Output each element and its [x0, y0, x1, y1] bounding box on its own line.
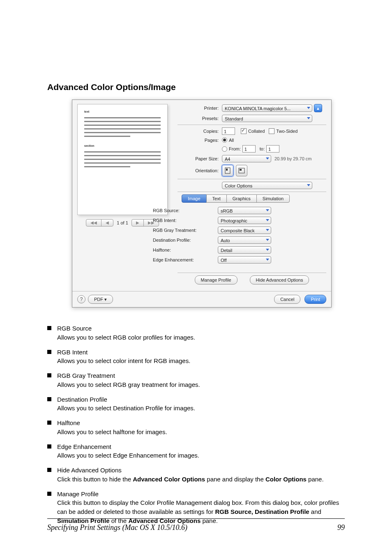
footer-page-number: 99	[337, 523, 345, 532]
preview-heading: text	[84, 110, 161, 113]
pages-all-label: All	[229, 138, 234, 143]
feature-list: RGB SourceAllows you to select RGB color…	[47, 324, 345, 525]
color-options-grid: RGB Source:sRGB RGB Intent:Photographic …	[153, 207, 326, 264]
destination-profile-select[interactable]: Auto	[218, 236, 271, 244]
opt-label: RGB Gray Treatment:	[153, 228, 218, 233]
print-dialog: text section ◀◀◀ 1 of 1 ▶▶▶ Printer:	[72, 99, 332, 308]
bullet-head: Halftone	[57, 419, 167, 428]
pages-to-field[interactable]: 1	[266, 145, 279, 153]
section-title: Advanced Color Options/Image	[47, 82, 345, 92]
halftone-select[interactable]: Detail	[218, 246, 271, 254]
bullet-icon	[47, 326, 51, 330]
bullet-desc: Allows you to select Destination Profile…	[57, 404, 195, 413]
landscape-icon	[238, 168, 245, 173]
bullet-head: Hide Advanced Options	[57, 466, 324, 475]
orientation-landscape[interactable]	[236, 165, 247, 176]
list-item: HalftoneAllows you to select halftone fo…	[47, 419, 345, 437]
edge-enhance-select[interactable]: Off	[218, 256, 271, 264]
opt-label: RGB Source:	[153, 208, 218, 213]
bullet-desc: Click this button to display the Color P…	[57, 498, 345, 525]
footer-left: Specifying Print Settings (Mac OS X 10.5…	[47, 523, 187, 532]
copies-field[interactable]: 1	[222, 127, 235, 135]
presets-label: Presets:	[178, 116, 222, 121]
bullet-head: RGB Source	[57, 324, 195, 333]
pager-prev[interactable]: ◀◀◀	[86, 219, 113, 227]
opt-label: Destination Profile:	[153, 238, 218, 243]
list-item: Manage ProfileClick this button to displ…	[47, 490, 345, 525]
bullet-desc: Allows you to select color intent for RG…	[57, 356, 190, 365]
paper-dimensions: 20.99 by 29.70 cm	[274, 156, 312, 161]
portrait-icon	[225, 167, 231, 174]
bullet-head: Edge Enhancement	[57, 442, 199, 451]
print-preview: text section	[77, 104, 168, 215]
pages-label: Pages:	[178, 138, 222, 143]
rgb-gray-select[interactable]: Composite Black	[218, 227, 271, 234]
pages-range-radio[interactable]	[222, 146, 227, 152]
pager-status: 1 of 1	[117, 220, 128, 225]
collated-checkbox[interactable]	[241, 128, 247, 134]
bullet-icon	[47, 444, 51, 449]
pages-from-label: From:	[229, 146, 241, 151]
opt-label: Edge Enhancement:	[153, 257, 218, 262]
bullet-head: Manage Profile	[57, 490, 345, 499]
bullet-desc: Allows you to select RGB color profiles …	[57, 333, 195, 342]
pages-from-field[interactable]: 1	[242, 145, 256, 153]
bullet-desc: Allows you to select Edge Enhancement fo…	[57, 451, 199, 460]
bullet-desc: Click this button to hide the Advanced C…	[57, 475, 324, 484]
rgb-source-select[interactable]: sRGB	[218, 207, 271, 214]
cancel-button[interactable]: Cancel	[274, 295, 300, 304]
pages-to-label: to:	[260, 146, 265, 151]
pages-all-radio[interactable]	[222, 137, 227, 143]
opt-label: RGB Intent:	[153, 218, 218, 223]
presets-select[interactable]: Standard	[222, 115, 312, 122]
collated-label: Collated	[248, 129, 265, 134]
tab-text[interactable]: Text	[206, 194, 227, 203]
hide-advanced-button[interactable]: Hide Advanced Options	[250, 275, 309, 284]
bullet-head: RGB Intent	[57, 348, 190, 357]
bullet-desc: Allows you to select halftone for images…	[57, 428, 167, 437]
svg-rect-3	[240, 169, 242, 171]
twosided-checkbox[interactable]	[269, 128, 274, 134]
bullet-head: RGB Gray Treatment	[57, 371, 200, 380]
copies-label: Copies:	[178, 129, 222, 134]
twosided-label: Two-Sided	[276, 129, 297, 134]
printer-label: Printer:	[178, 106, 222, 111]
disclose-toggle[interactable]: ▲	[314, 104, 322, 112]
list-item: RGB IntentAllows you to select color int…	[47, 348, 345, 366]
help-button[interactable]: ?	[77, 295, 85, 303]
list-item: RGB Gray TreatmentAllows you to select R…	[47, 371, 345, 389]
printer-select[interactable]: KONICA MINOLTA magicolor 5...	[222, 104, 312, 112]
bullet-icon	[47, 421, 51, 425]
bullet-icon	[47, 397, 51, 401]
pdf-menu-button[interactable]: PDF ▾	[88, 295, 113, 304]
papersize-label: Paper Size:	[178, 156, 222, 161]
color-options-tabs: Image Text Graphics Simulation	[182, 194, 326, 203]
category-select[interactable]: Color Options	[222, 182, 312, 189]
bullet-icon	[47, 373, 51, 377]
bullet-icon	[47, 350, 51, 354]
list-item: Hide Advanced OptionsClick this button t…	[47, 466, 345, 484]
orientation-label: Orientation:	[178, 168, 222, 173]
rgb-intent-select[interactable]: Photographic	[218, 217, 271, 224]
tab-simulation[interactable]: Simulation	[256, 194, 290, 203]
bullet-desc: Allows you to select RGB gray treatment …	[57, 380, 200, 389]
list-item: Edge EnhancementAllows you to select Edg…	[47, 442, 345, 460]
papersize-select[interactable]: A4	[222, 155, 271, 162]
tab-image[interactable]: Image	[182, 194, 207, 203]
manage-profile-button[interactable]: Manage Profile	[195, 275, 238, 284]
print-button[interactable]: Print	[304, 295, 326, 304]
bullet-icon	[47, 492, 51, 496]
list-item: Destination ProfileAllows you to select …	[47, 395, 345, 413]
tab-graphics[interactable]: Graphics	[226, 194, 257, 203]
bullet-head: Destination Profile	[57, 395, 195, 404]
footer-rule	[47, 518, 345, 519]
svg-rect-1	[226, 169, 228, 171]
opt-label: Halftone:	[153, 247, 218, 252]
list-item: RGB SourceAllows you to select RGB color…	[47, 324, 345, 342]
bullet-icon	[47, 468, 51, 472]
orientation-portrait[interactable]	[222, 165, 233, 176]
